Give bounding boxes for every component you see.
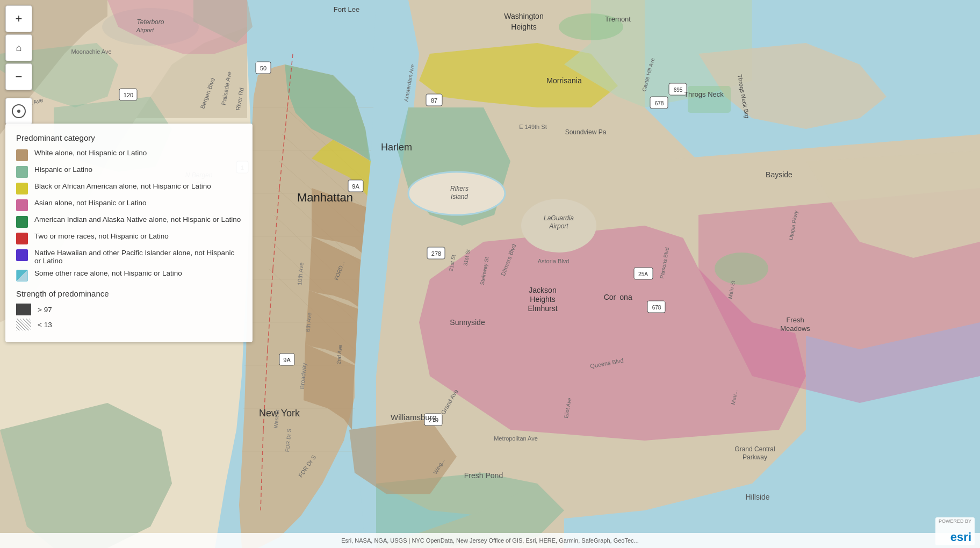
strength-swatch-low — [16, 319, 31, 330]
legend-item-other: Some other race alone, not Hispanic or L… — [16, 269, 242, 282]
svg-text:Elmhurst: Elmhurst — [528, 304, 557, 313]
legend-swatch-white — [16, 149, 28, 161]
legend-label-native: American Indian and Alaska Native alone,… — [34, 215, 241, 223]
legend-swatch-native — [16, 216, 28, 228]
svg-text:Sunnyside: Sunnyside — [450, 318, 485, 327]
map-container[interactable]: 87 278 279 9A 9A 25A 678 678 695 50 120 — [0, 0, 980, 548]
svg-text:Tremont: Tremont — [605, 15, 631, 23]
legend-label-hispanic: Hispanic or Latino — [34, 165, 92, 174]
svg-text:Throgs Neck: Throgs Neck — [684, 90, 724, 98]
svg-text:Fort Lee: Fort Lee — [334, 5, 359, 13]
attribution-text: Esri, NASA, NGA, USGS | NYC OpenData, Ne… — [341, 537, 638, 544]
legend-swatch-pacific — [16, 249, 28, 261]
home-button[interactable]: ⌂ — [5, 34, 32, 61]
legend-swatch-hispanic — [16, 166, 28, 178]
legend-item-white: White alone, not Hispanic or Latino — [16, 149, 242, 161]
svg-text:Airport: Airport — [136, 27, 154, 33]
svg-text:120: 120 — [124, 92, 133, 98]
legend-item-pacific: Native Hawaiian and other Pacific Island… — [16, 249, 242, 265]
svg-text:Jackson: Jackson — [529, 286, 556, 294]
legend-label-pacific: Native Hawaiian and other Pacific Island… — [34, 249, 242, 265]
svg-text:Heights: Heights — [511, 23, 536, 31]
legend-category-title: Predominant category — [16, 133, 242, 142]
svg-text:9A: 9A — [283, 357, 291, 363]
svg-text:Manhattan: Manhattan — [297, 191, 353, 204]
svg-text:25A: 25A — [638, 271, 648, 277]
legend-label-white: White alone, not Hispanic or Latino — [34, 149, 147, 157]
svg-text:Moonachie Ave: Moonachie Ave — [71, 48, 111, 55]
strength-item-high: > 97 — [16, 304, 242, 315]
attribution-bar: Esri, NASA, NGA, USGS | NYC OpenData, Ne… — [0, 533, 980, 548]
svg-text:LaGuardia: LaGuardia — [544, 214, 574, 222]
legend-panel: Predominant category White alone, not Hi… — [5, 124, 253, 342]
svg-text:Metropolitan Ave: Metropolitan Ave — [494, 435, 538, 442]
legend-label-other: Some other race alone, not Hispanic or L… — [34, 269, 182, 277]
strength-label-high: > 97 — [38, 306, 52, 314]
strength-swatch-high — [16, 304, 31, 315]
legend-item-two-races: Two or more races, not Hispanic or Latin… — [16, 232, 242, 244]
svg-text:ona: ona — [619, 293, 632, 301]
svg-text:278: 278 — [431, 250, 441, 257]
esri-logo: POWERED BY esri — [935, 517, 975, 545]
svg-text:Island: Island — [451, 193, 468, 200]
svg-text:87: 87 — [431, 97, 437, 104]
svg-text:Fresh Pond: Fresh Pond — [464, 471, 503, 480]
strength-item-low: < 13 — [16, 319, 242, 330]
svg-text:Cor: Cor — [604, 293, 616, 301]
svg-text:Soundview Pa: Soundview Pa — [565, 128, 607, 136]
legend-swatch-asian — [16, 199, 28, 211]
map-controls: + ⌂ − — [5, 5, 32, 125]
svg-text:Harlem: Harlem — [381, 142, 412, 153]
svg-text:Parkway: Parkway — [743, 453, 767, 461]
esri-powered-text: POWERED BY — [939, 518, 971, 524]
svg-text:Hillside: Hillside — [745, 493, 769, 501]
svg-text:Washington: Washington — [504, 12, 543, 20]
svg-text:50: 50 — [260, 65, 266, 71]
zoom-in-button[interactable]: + — [5, 5, 32, 32]
strength-label-low: < 13 — [38, 321, 52, 329]
svg-text:Williamsburg: Williamsburg — [391, 413, 437, 422]
svg-text:E 149th St: E 149th St — [519, 124, 546, 130]
svg-text:678: 678 — [655, 100, 664, 106]
svg-text:Teterboro: Teterboro — [137, 18, 164, 26]
svg-text:Fresh: Fresh — [786, 316, 804, 324]
locate-icon — [12, 104, 26, 118]
svg-text:678: 678 — [652, 305, 661, 311]
legend-swatch-black — [16, 183, 28, 194]
zoom-out-button[interactable]: − — [5, 63, 32, 90]
svg-text:Meadows: Meadows — [780, 325, 810, 333]
svg-text:Airport: Airport — [549, 222, 568, 230]
svg-text:Bayside: Bayside — [766, 170, 792, 179]
legend-item-hispanic: Hispanic or Latino — [16, 165, 242, 178]
svg-text:Astoria Blvd: Astoria Blvd — [538, 258, 570, 264]
legend-swatch-two-races — [16, 233, 28, 244]
svg-text:Morrisania: Morrisania — [546, 76, 582, 85]
locate-button[interactable] — [5, 98, 32, 125]
svg-text:Rikers: Rikers — [450, 185, 469, 192]
legend-item-black: Black or African American alone, not His… — [16, 182, 242, 194]
svg-point-50 — [715, 253, 768, 285]
legend-item-asian: Asian alone, not Hispanic or Latino — [16, 199, 242, 211]
legend-label-black: Black or African American alone, not His… — [34, 182, 211, 190]
minus-icon: − — [16, 70, 23, 84]
svg-text:695: 695 — [674, 87, 683, 93]
legend-strength-title: Strength of predominance — [16, 289, 242, 298]
plus-icon: + — [16, 12, 23, 26]
legend-label-two-races: Two or more races, not Hispanic or Latin… — [34, 232, 169, 240]
legend-strength-section: Strength of predominance > 97 < 13 — [16, 289, 242, 330]
svg-text:9A: 9A — [352, 183, 359, 190]
legend-swatch-other — [16, 270, 28, 282]
esri-brand-text: esri — [950, 530, 971, 544]
svg-text:Heights: Heights — [530, 295, 555, 304]
home-icon: ⌂ — [16, 42, 22, 54]
legend-label-asian: Asian alone, not Hispanic or Latino — [34, 199, 147, 207]
svg-text:Grand Central: Grand Central — [734, 445, 775, 453]
legend-item-native: American Indian and Alaska Native alone,… — [16, 215, 242, 228]
